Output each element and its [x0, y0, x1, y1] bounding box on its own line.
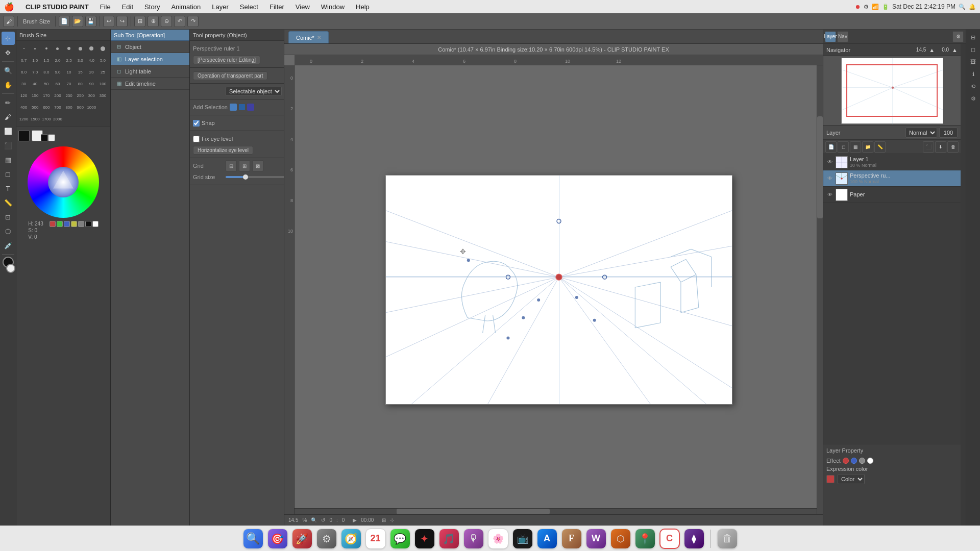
canvas-tab-comic[interactable]: Comic* ✕ — [288, 31, 329, 43]
lt-new-frame[interactable]: ▦ — [850, 141, 861, 153]
menu-filter[interactable]: Filter — [267, 2, 286, 12]
lt-new-raster[interactable]: 📄 — [825, 141, 837, 153]
layer-row-2[interactable]: 👁 Paper — [823, 187, 961, 203]
expression-color-box[interactable] — [826, 475, 835, 483]
brush-size-53[interactable]: 600 — [41, 102, 52, 113]
rdock-history[interactable]: ⟲ — [968, 81, 979, 92]
dock-safari[interactable]: 🧭 — [341, 529, 361, 549]
brush-size-34[interactable]: 60 — [52, 78, 63, 89]
toolbar-undo[interactable]: ↩ — [103, 16, 114, 27]
eye-level-checkbox[interactable] — [193, 136, 200, 142]
dock-trash[interactable]: 🗑 — [717, 529, 738, 549]
brush-size-56[interactable]: 900 — [75, 102, 86, 113]
subtool-light-table[interactable]: ◻ Light table — [111, 65, 189, 78]
grid-type-2[interactable]: ⊞ — [239, 160, 250, 171]
brush-size-23[interactable]: 8.0 — [41, 66, 52, 78]
lt-merge[interactable]: ⬇ — [935, 141, 946, 153]
nav-tab-layer[interactable]: Layer — [825, 31, 836, 42]
tool-select[interactable]: ⊹ — [2, 32, 15, 45]
palette-gray[interactable] — [78, 221, 84, 227]
brush-size-68[interactable] — [97, 113, 108, 124]
status-zoom-btn[interactable]: 🔍 — [311, 517, 317, 523]
ruler-edit-btn[interactable]: [Perspective ruler Editing] — [193, 56, 260, 64]
brush-size-46[interactable]: 250 — [75, 90, 86, 101]
dock-finder[interactable]: 🔍 — [243, 529, 263, 549]
toolbar-new[interactable]: 📄 — [59, 16, 70, 27]
canvas-page[interactable]: ✥ — [385, 175, 732, 405]
layer-eye-0[interactable]: 👁 — [826, 159, 834, 166]
ctrl-dot-3[interactable] — [506, 337, 509, 340]
tool-brush[interactable]: 🖌 — [2, 110, 15, 123]
lt-new-group[interactable]: 📁 — [862, 141, 873, 153]
add-sel-sq2[interactable] — [239, 104, 245, 110]
menu-layer[interactable]: Layer — [210, 2, 231, 12]
menu-window[interactable]: Window — [319, 2, 347, 12]
brush-size-16[interactable]: 3.0 — [75, 55, 86, 66]
menu-file[interactable]: File — [98, 2, 113, 12]
dock-affinity[interactable]: ⧫ — [684, 529, 704, 549]
layer-eye-1[interactable]: 👁 — [826, 175, 834, 182]
rdock-info[interactable]: ℹ — [968, 68, 979, 80]
eye-level-label[interactable]: Fix eye level — [202, 136, 233, 142]
layer-eye-2[interactable]: 👁 — [826, 191, 834, 198]
rdock-subview[interactable]: 🖼 — [968, 56, 979, 67]
brush-size-36[interactable]: 80 — [75, 78, 86, 89]
ctrl-dot-4[interactable] — [575, 296, 578, 299]
status-snap-icon[interactable]: ⊹ — [390, 517, 394, 523]
brush-size-35[interactable]: 70 — [64, 78, 75, 89]
brush-size-01[interactable] — [18, 43, 29, 54]
scrollbar-v-thumb[interactable] — [817, 116, 823, 218]
ctrl-dot-5[interactable] — [593, 319, 596, 322]
tool-select-rect[interactable]: ⊡ — [2, 210, 15, 223]
brush-size-06[interactable] — [75, 43, 86, 54]
toolbar-clip-icon[interactable]: 🖌 — [3, 16, 14, 27]
tool-hand[interactable]: ✋ — [2, 78, 15, 91]
canvas-scrollbar-v[interactable] — [817, 65, 823, 514]
selectable-select[interactable]: Selectable object — [226, 87, 282, 96]
rdock-layers[interactable]: ⊟ — [968, 32, 979, 43]
add-sel-sq1[interactable] — [230, 104, 237, 111]
tool-eraser[interactable]: ⬜ — [2, 124, 15, 138]
brush-size-04[interactable] — [52, 43, 63, 54]
palette-green[interactable] — [57, 221, 63, 227]
vp-center[interactable] — [556, 274, 562, 280]
brush-size-11[interactable]: 0.7 — [18, 55, 29, 66]
brush-size-45[interactable]: 230 — [64, 90, 75, 101]
brush-size-38[interactable]: 100 — [97, 78, 108, 89]
brush-size-47[interactable]: 300 — [86, 90, 97, 101]
app-name[interactable]: CLIP STUDIO PAINT — [23, 2, 91, 12]
dock-siri[interactable]: 🎯 — [267, 529, 288, 549]
brush-size-26[interactable]: 15 — [75, 66, 86, 78]
transparent-btn[interactable]: Operation of transparent part — [193, 71, 267, 80]
dock-blender[interactable]: ⬡ — [610, 529, 631, 549]
brush-size-31[interactable]: 30 — [18, 78, 29, 89]
dock-sysprefs[interactable]: ⚙ — [316, 529, 337, 549]
tool-lasso[interactable]: ⬡ — [2, 224, 15, 238]
brush-size-27[interactable]: 20 — [86, 66, 97, 78]
brush-size-63[interactable]: 1700 — [41, 113, 52, 124]
lt-mask[interactable]: ⬛ — [923, 141, 934, 153]
layer-blend-mode[interactable]: Normal — [905, 128, 937, 138]
scrollbar-h-thumb[interactable] — [397, 509, 550, 514]
layer-row-0[interactable]: 👁 Layer 1 30 % Normal — [823, 154, 961, 170]
ctrl-dot-2[interactable] — [522, 316, 525, 319]
toolbar-open[interactable]: 📂 — [72, 16, 83, 27]
dock-fontfile[interactable]: F — [561, 529, 582, 549]
brush-size-66[interactable] — [75, 113, 86, 124]
brush-size-24[interactable]: 9.0 — [52, 66, 63, 78]
grid-type-3[interactable]: ⊠ — [252, 160, 263, 171]
brush-size-32[interactable]: 40 — [30, 78, 40, 89]
brush-size-13[interactable]: 1.5 — [41, 55, 52, 66]
nav-rot-icon-up[interactable]: ▲ — [952, 47, 958, 53]
brush-size-15[interactable]: 2.5 — [64, 55, 75, 66]
toolbar-zoom-in[interactable]: ⊕ — [148, 16, 159, 27]
tool-text[interactable]: T — [2, 182, 15, 195]
rdock-materials[interactable]: ◻ — [968, 44, 979, 55]
brush-size-37[interactable]: 90 — [86, 78, 97, 89]
menu-animation[interactable]: Animation — [169, 2, 203, 12]
lt-new-vector[interactable]: ◻ — [838, 141, 849, 153]
palette-white[interactable] — [92, 221, 99, 227]
ctrl-dot-1[interactable] — [537, 298, 540, 302]
dock-clipstudio[interactable]: C — [659, 529, 680, 549]
tool-gradient[interactable]: ▦ — [2, 153, 15, 166]
